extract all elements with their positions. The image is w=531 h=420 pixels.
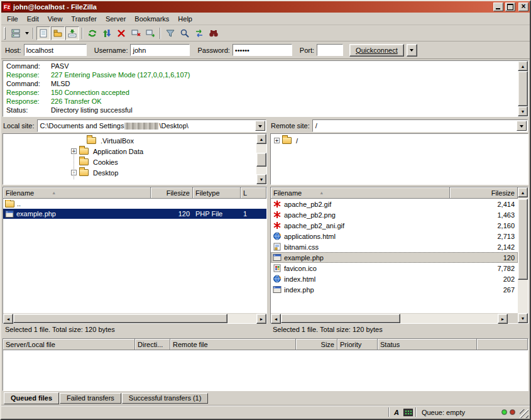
scroll-thumb[interactable] [281,314,400,323]
scroll-left-icon[interactable] [3,314,13,324]
queue-column-direction[interactable]: Directi... [135,339,170,350]
scroll-thumb[interactable] [518,71,528,106]
cancel-icon[interactable] [114,26,128,40]
file-row[interactable]: apache_pb2_ani.gif 2,160 [271,220,518,231]
local-column-filetype[interactable]: Filetype [193,187,241,199]
title-bar[interactable]: Fz john@localhost - FileZilla [1,1,530,13]
minimize-button[interactable] [493,3,503,11]
menu-server[interactable]: Server [101,13,130,25]
process-queue-icon[interactable] [100,26,114,40]
remote-column-filesize[interactable]: Filesize [450,187,518,199]
toggle-message-log-icon[interactable] [36,26,50,40]
remote-path: / [315,122,317,130]
menu-bookmarks[interactable]: Bookmarks [130,13,173,25]
combo-dropdown-icon[interactable] [255,121,265,131]
menu-edit[interactable]: Edit [23,13,43,25]
quickconnect-button[interactable]: Quickconnect [349,44,404,57]
tree-item-cookies[interactable]: Cookies [3,157,255,167]
site-manager-dropdown-icon[interactable] [23,26,30,40]
local-column-modified[interactable]: L [241,187,266,199]
local-tree-scrollbar[interactable] [256,134,266,184]
scroll-thumb[interactable] [256,153,266,167]
scroll-thumb[interactable] [13,314,227,323]
scroll-left-icon[interactable] [271,314,281,324]
toggle-directory-trees-icon[interactable] [51,26,65,40]
tab-failed-transfers[interactable]: Failed transfers [60,393,121,404]
expand-plus-icon[interactable]: + [274,138,280,143]
file-row[interactable]: index.html 202 [271,274,518,284]
scroll-down-icon[interactable] [518,313,528,323]
speed-limit-icon[interactable] [403,409,413,416]
find-icon[interactable] [207,26,221,40]
log-line-text: 227 Entering Passive Mode (127,0,0,1,6,1… [51,70,190,79]
password-input[interactable] [233,44,292,56]
local-column-filename[interactable]: Filename [3,187,151,199]
remote-vertical-scrollbar[interactable] [518,187,528,323]
remote-path-combobox[interactable]: / [312,119,528,132]
filezilla-window: Fz john@localhost - FileZilla File Edit … [0,0,531,420]
menu-transfer[interactable]: Transfer [67,13,101,25]
scroll-right-icon[interactable] [256,314,266,324]
file-row-selected[interactable]: example.php 120 [271,252,518,263]
username-input[interactable] [130,44,190,56]
maximize-button[interactable] [505,3,515,11]
local-horizontal-scrollbar[interactable] [3,314,266,323]
queue-column-server-local-file[interactable]: Server/Local file [3,339,135,350]
host-input[interactable] [24,44,87,56]
app-icon[interactable]: Fz [3,3,11,11]
queue-column-remote-file[interactable]: Remote file [170,339,296,350]
scroll-down-icon[interactable] [518,106,528,116]
sync-browse-icon[interactable] [192,26,206,40]
file-row[interactable]: favicon.ico 7,782 [271,263,518,274]
tree-item-desktop[interactable]: - Desktop [3,167,255,178]
quickconnect-dropdown-icon[interactable] [407,44,417,57]
combo-dropdown-icon[interactable] [517,121,527,131]
file-row[interactable]: apache_pb2.gif 2,414 [271,199,518,209]
queue-column-status[interactable]: Status [378,339,477,350]
tab-successful-transfers[interactable]: Successful transfers (1) [122,393,209,404]
toolbar-grip[interactable] [4,27,6,40]
local-column-filesize[interactable]: Filesize [151,187,193,199]
tree-item-application-data[interactable]: + Application Data [3,146,255,157]
queue-column-priority[interactable]: Priority [337,339,378,350]
scroll-right-icon[interactable] [498,314,508,324]
local-path-combobox[interactable]: C:\Documents and Settings\Desktop\ [37,119,266,132]
scroll-thumb[interactable] [518,199,528,280]
menu-help[interactable]: Help [173,13,197,25]
file-row[interactable]: apache_pb2.png 1,463 [271,209,518,220]
content-area: Command:PASV Response:227 Entering Passi… [1,59,530,405]
scroll-up-icon[interactable] [518,187,528,197]
file-row-parent-dir[interactable]: .. [3,199,266,209]
reconnect-icon[interactable] [143,26,157,40]
resize-grip[interactable] [520,409,528,418]
toggle-queue-icon[interactable] [65,26,79,40]
file-row-example-php[interactable]: example.php 120 PHP File 1 [3,209,266,219]
message-log: Command:PASV Response:227 Entering Passi… [3,60,528,117]
disconnect-icon[interactable] [129,26,143,40]
filter-icon[interactable] [163,26,177,40]
queue-column-size[interactable]: Size [296,339,337,350]
file-row[interactable]: bitnami.css 2,142 [271,241,518,252]
scroll-up-icon[interactable] [518,61,528,71]
folder-icon [79,169,89,176]
tree-item-root[interactable]: + / [271,135,517,146]
tree-item-virtualbox[interactable]: .VirtualBox [3,135,255,146]
refresh-icon[interactable] [85,26,99,40]
password-label: Password: [197,47,229,54]
file-row[interactable]: index.php 267 [271,284,518,295]
site-manager-icon[interactable] [9,26,23,40]
scroll-up-icon[interactable] [256,134,266,144]
close-button[interactable] [518,3,528,11]
ascii-mode-icon[interactable] [392,408,401,417]
menu-file[interactable]: File [3,13,23,25]
remote-column-filename[interactable]: Filename [271,187,450,199]
port-input[interactable] [317,44,343,56]
file-row[interactable]: applications.html 2,713 [271,231,518,241]
compare-icon[interactable] [178,26,192,40]
menu-view[interactable]: View [43,13,67,25]
tab-queued-files[interactable]: Queued files [4,392,59,404]
scroll-down-icon[interactable] [256,174,266,184]
remote-horizontal-scrollbar[interactable] [271,314,508,323]
log-scrollbar[interactable] [518,61,528,116]
log-line-label: Command: [3,62,51,70]
